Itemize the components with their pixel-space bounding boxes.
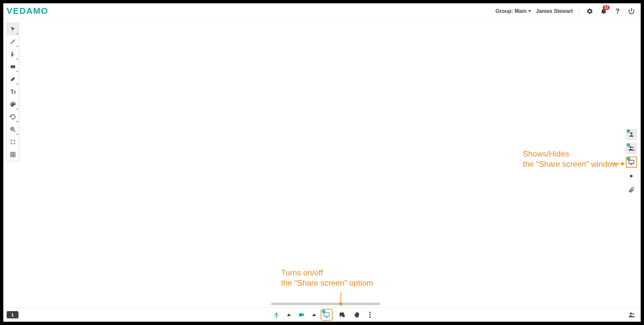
chevron-up-icon <box>312 313 316 316</box>
play-icon <box>629 173 634 179</box>
svg-rect-3 <box>11 152 15 157</box>
status-dot-icon <box>627 129 630 133</box>
mic-options[interactable] <box>286 309 292 320</box>
user-name[interactable]: James Stewart <box>536 8 573 14</box>
group-label: Group: Main <box>496 8 527 14</box>
svg-rect-10 <box>324 312 330 316</box>
select-tool[interactable] <box>7 23 19 35</box>
hand-icon <box>354 311 360 318</box>
cursor-icon <box>10 26 16 32</box>
media-panel-toggle[interactable] <box>626 170 637 182</box>
svg-point-6 <box>632 147 633 148</box>
svg-point-13 <box>369 314 371 315</box>
camera-options[interactable] <box>311 309 317 320</box>
more-button[interactable] <box>367 309 373 320</box>
page-indicator[interactable]: 1 <box>7 311 19 318</box>
svg-point-11 <box>342 314 345 317</box>
status-dot-icon <box>322 310 325 313</box>
tool-palette <box>7 22 19 161</box>
power-button[interactable] <box>627 7 636 16</box>
color-tool[interactable] <box>7 98 19 111</box>
bottom-bar: 1 <box>3 307 641 322</box>
undo-icon <box>10 114 16 120</box>
svg-point-14 <box>369 316 371 317</box>
collapse-icon <box>10 139 16 145</box>
bottom-right <box>626 309 637 320</box>
grid-tool[interactable] <box>7 148 19 161</box>
svg-rect-8 <box>276 312 277 315</box>
undo-tool[interactable] <box>7 111 19 123</box>
participants-button[interactable] <box>626 309 637 320</box>
svg-point-16 <box>632 313 634 314</box>
more-vertical-icon <box>369 311 371 318</box>
annotation-bottom: Turns on/off the "Share screen" optiom <box>281 268 373 288</box>
svg-point-5 <box>630 146 632 148</box>
svg-point-4 <box>630 132 632 134</box>
attachment-panel-toggle[interactable] <box>626 184 637 196</box>
participants-icon <box>628 311 635 318</box>
presenter-icon <box>10 51 16 57</box>
horizontal-scrollbar[interactable] <box>271 303 380 305</box>
chevron-up-icon <box>287 313 291 316</box>
annotation-text: the "Share screen" window <box>523 160 618 168</box>
chevron-down-icon <box>528 10 531 12</box>
annotation-text: Turns on/off <box>281 268 323 277</box>
header-bar: VEDAMO Group: Main James Stewart 13 ? <box>3 3 641 19</box>
flyout-indicator-icon <box>16 108 18 110</box>
text-tool[interactable] <box>7 86 19 98</box>
separator <box>579 7 579 15</box>
mic-button[interactable] <box>271 309 282 320</box>
app-logo: VEDAMO <box>7 6 48 16</box>
flyout-indicator-icon <box>16 33 18 34</box>
status-dot-icon <box>627 157 630 161</box>
pointer-tool[interactable] <box>7 48 19 60</box>
annotation-right: Shows/Hides the "Share screen" window <box>523 149 618 169</box>
sharescreen-panel-toggle[interactable] <box>626 157 637 168</box>
help-button[interactable]: ? <box>613 7 622 16</box>
svg-rect-7 <box>629 160 634 163</box>
grid-icon <box>10 152 16 158</box>
fullscreen-tool[interactable] <box>7 136 19 148</box>
svg-point-12 <box>369 311 371 313</box>
mic-icon <box>273 312 279 318</box>
notifications-button[interactable]: 13 <box>599 7 608 16</box>
settings-button[interactable] <box>585 7 594 16</box>
svg-rect-1 <box>11 65 15 68</box>
gear-icon <box>586 8 593 15</box>
group-selector[interactable]: Group: Main <box>496 8 531 14</box>
palette-icon <box>10 101 16 108</box>
status-dot-icon <box>627 143 630 147</box>
flyout-indicator-icon <box>16 133 18 135</box>
video-icon <box>298 311 305 318</box>
camera-panel-toggle[interactable] <box>626 129 637 140</box>
paperclip-icon <box>628 187 634 193</box>
zoom-icon <box>10 126 16 133</box>
svg-point-15 <box>630 312 632 314</box>
flyout-indicator-icon <box>16 58 18 59</box>
header-right: Group: Main James Stewart 13 ? <box>496 7 636 16</box>
zoom-tool[interactable] <box>7 123 19 136</box>
eraser-tool[interactable] <box>7 73 19 86</box>
brush-tool[interactable] <box>7 35 19 48</box>
brush-icon <box>10 39 16 45</box>
camera-button[interactable] <box>296 309 307 320</box>
participants-panel-toggle[interactable] <box>626 143 637 154</box>
chat-icon <box>339 311 345 318</box>
annotation-text: Shows/Hides <box>523 149 569 158</box>
outer-frame: VEDAMO Group: Main James Stewart 13 ? <box>0 0 644 325</box>
arrow-right-icon <box>611 163 624 164</box>
text-icon <box>10 89 16 95</box>
panel-toggles <box>625 129 637 196</box>
shape-tool[interactable] <box>7 60 19 73</box>
flyout-indicator-icon <box>16 70 18 72</box>
flyout-indicator-icon <box>16 121 18 122</box>
av-controls <box>271 309 373 320</box>
rectangle-icon <box>10 64 16 70</box>
flyout-indicator-icon <box>16 83 18 85</box>
svg-point-0 <box>12 52 13 54</box>
chat-button[interactable] <box>337 309 347 320</box>
notification-badge: 13 <box>603 5 610 10</box>
annotation-text: the "Share screen" optiom <box>281 278 373 287</box>
sharescreen-button[interactable] <box>321 309 332 320</box>
raisehand-button[interactable] <box>352 309 362 320</box>
